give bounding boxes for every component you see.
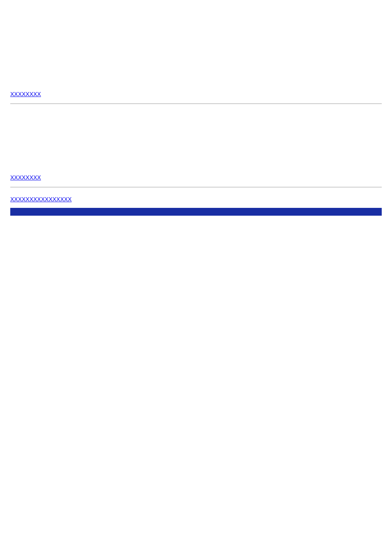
link-second[interactable]: XXXXXXXX xyxy=(10,174,41,181)
page-content: XXXXXXXX XXXXXXXX XXXXXXXXXXXXXXXX xyxy=(10,10,382,216)
link-third[interactable]: XXXXXXXXXXXXXXXX xyxy=(10,196,71,203)
divider-1 xyxy=(10,104,382,104)
link-first[interactable]: XXXXXXXX xyxy=(10,91,41,97)
spacer xyxy=(10,112,382,174)
link-section-2: XXXXXXXX xyxy=(10,174,382,187)
spacer xyxy=(10,10,382,90)
link-section-3: XXXXXXXXXXXXXXXX xyxy=(10,196,382,203)
blue-bar xyxy=(10,208,382,216)
link-section-1: XXXXXXXX xyxy=(10,90,382,104)
divider-2 xyxy=(10,187,382,187)
